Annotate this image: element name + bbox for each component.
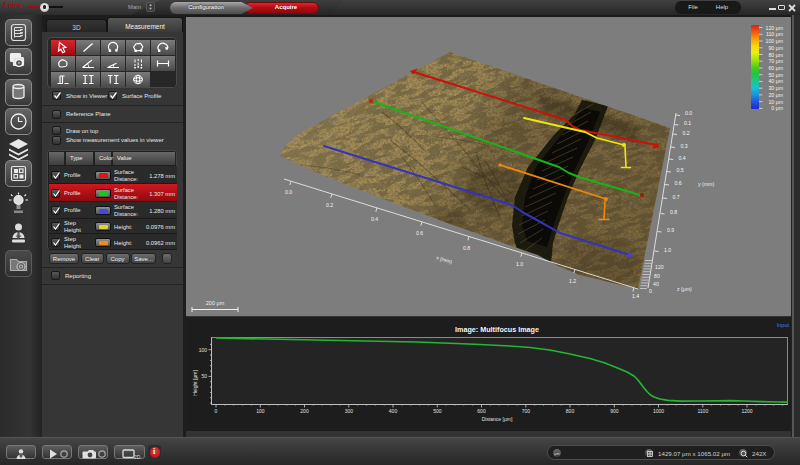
svg-text:Input: Input [777, 322, 790, 328]
svg-text:0.8: 0.8 [463, 245, 470, 251]
svg-text:100: 100 [199, 347, 208, 353]
svg-text:90 μm: 90 μm [768, 45, 783, 51]
svg-text:0.5: 0.5 [677, 167, 684, 173]
svg-text:0.0: 0.0 [285, 189, 292, 195]
svg-text:700: 700 [522, 408, 531, 414]
svg-text:70 μm: 70 μm [768, 58, 783, 64]
svg-text:0: 0 [649, 288, 652, 294]
svg-text:y (mm): y (mm) [698, 181, 714, 187]
svg-text:1100: 1100 [697, 408, 708, 414]
svg-text:0.8: 0.8 [670, 209, 677, 215]
svg-text:400: 400 [389, 408, 398, 414]
svg-text:600: 600 [477, 408, 486, 414]
svg-text:900: 900 [610, 408, 619, 414]
svg-text:0.6: 0.6 [416, 230, 423, 236]
svg-text:1200: 1200 [741, 408, 752, 414]
svg-text:40 μm: 40 μm [768, 78, 783, 84]
svg-text:0.2: 0.2 [683, 130, 690, 136]
svg-text:0 μm: 0 μm [771, 105, 783, 111]
svg-text:60 μm: 60 μm [768, 65, 783, 71]
svg-text:0: 0 [215, 408, 218, 414]
svg-text:200: 200 [300, 408, 309, 414]
svg-text:Distance [μm]: Distance [μm] [482, 416, 513, 422]
svg-text:40: 40 [653, 281, 659, 287]
svg-text:1.0: 1.0 [664, 247, 671, 253]
svg-text:120 μm: 120 μm [766, 25, 783, 31]
svg-text:800: 800 [566, 408, 575, 414]
svg-text:0.7: 0.7 [673, 194, 680, 200]
svg-text:0.6: 0.6 [675, 180, 682, 186]
svg-text:10 μm: 10 μm [768, 99, 783, 105]
svg-text:500: 500 [433, 408, 442, 414]
svg-text:1.2: 1.2 [569, 278, 576, 284]
svg-text:Height [μm]: Height [μm] [192, 370, 198, 396]
svg-text:20 μm: 20 μm [768, 92, 783, 98]
svg-text:Image: Multifocus Image: Image: Multifocus Image [455, 325, 539, 334]
svg-text:0.1: 0.1 [684, 120, 691, 126]
svg-text:1.4: 1.4 [632, 293, 639, 299]
svg-text:1000: 1000 [653, 408, 664, 414]
svg-text:120: 120 [655, 264, 664, 270]
svg-text:1.0: 1.0 [516, 261, 523, 267]
svg-text:0.4: 0.4 [679, 155, 686, 161]
svg-text:200 μm: 200 μm [206, 300, 225, 306]
svg-text:0.0: 0.0 [685, 110, 692, 116]
svg-text:0.4: 0.4 [371, 216, 378, 222]
svg-text:2D: 2D [134, 454, 141, 460]
svg-text:0.3: 0.3 [681, 143, 688, 149]
svg-text:50 μm: 50 μm [768, 72, 783, 78]
svg-text:30 μm: 30 μm [768, 85, 783, 91]
svg-text:80 μm: 80 μm [768, 52, 783, 58]
svg-text:300: 300 [345, 408, 354, 414]
svg-text:110 μm: 110 μm [766, 31, 783, 37]
svg-text:100 μm: 100 μm [766, 38, 783, 44]
svg-text:0.2: 0.2 [326, 202, 333, 208]
svg-text:80: 80 [654, 273, 660, 279]
svg-text:z (μm): z (μm) [677, 286, 692, 292]
svg-text:100: 100 [256, 408, 265, 414]
svg-text:0.9: 0.9 [667, 227, 674, 233]
svg-text:50: 50 [201, 373, 207, 379]
